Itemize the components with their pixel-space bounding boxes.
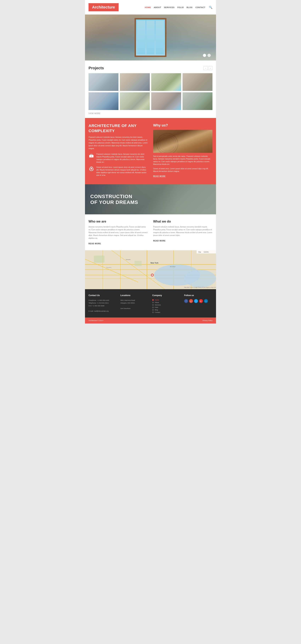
footer-company-folio[interactable]: Folio — [152, 306, 181, 308]
svg-rect-1 — [91, 154, 92, 155]
facebook-icon[interactable]: f — [184, 299, 188, 303]
footer-address-2: Glasgow, D04 89GK. — [120, 302, 149, 304]
footer-privacy-link[interactable]: Privacy Policy — [203, 320, 212, 322]
footer-link-about-label: About — [155, 302, 159, 303]
who-what-section: Who we are Aenean nonummy benderit mauri… — [85, 214, 216, 250]
construction-line-1: CONSTRUCTION — [90, 194, 138, 200]
footer-address-1: 9901 Marmora Road — [120, 299, 149, 302]
thumb-inner-8 — [183, 92, 212, 110]
footer-company-title: Company — [152, 294, 181, 296]
project-thumb-4[interactable] — [183, 73, 212, 91]
footer-phone-tel: Telephone: +1 919 601 6011 — [89, 302, 117, 304]
footer-fax: FAX: +1 584 609 9098 — [89, 304, 117, 307]
googleplus-icon[interactable]: g+ — [189, 299, 193, 303]
footer: Contact Us Freephone: +1 800 559 6160 Te… — [85, 289, 216, 318]
twitter-icon[interactable]: t — [194, 299, 198, 303]
svg-rect-22 — [94, 256, 105, 263]
footer-follow-col: Follow us f g+ t ▶ in — [184, 294, 212, 314]
hero-window-graphic — [135, 18, 166, 57]
construction-text: CONSTRUCTION OF YOUR DREAMS — [90, 194, 138, 205]
svg-rect-23 — [135, 261, 142, 266]
footer-contact-text: Freephone: +1 800 559 6160 Telephone: +1… — [89, 299, 117, 312]
window-pane — [137, 20, 145, 54]
hero-dot-2[interactable] — [207, 54, 211, 57]
project-thumb-1[interactable] — [89, 73, 118, 91]
footer-contact-col: Contact Us Freephone: +1 800 559 6160 Te… — [89, 294, 117, 314]
footer-follow-title: Follow us — [184, 294, 212, 296]
red-feature-2-text: Donec sit amet eros. Lorem ipsum dolor s… — [96, 166, 148, 176]
projects-title: Projects — [89, 66, 104, 70]
nav-about[interactable]: ABOUT — [154, 6, 161, 8]
footer-company-home[interactable]: Home — [152, 299, 181, 301]
view-more-link[interactable]: VIEW MORE — [89, 112, 212, 114]
search-icon[interactable]: 🔍 — [209, 6, 212, 9]
window-pane — [146, 20, 155, 54]
social-icons-group: f g+ t ▶ in — [184, 299, 212, 303]
svg-rect-4 — [153, 130, 212, 153]
svg-text:Brooklyn: Brooklyn — [170, 266, 175, 268]
what-we-do-text: Praesent vebulum molestie lacus. Aenean … — [153, 226, 212, 237]
svg-rect-2 — [91, 156, 92, 156]
briefcase-icon — [89, 153, 94, 158]
svg-text:Map data ©2014 Google  Terms o: Map data ©2014 Google Terms of Use Repor… — [184, 287, 216, 288]
footer-phone-free: Freephone: +1 800 559 6160 — [89, 299, 117, 302]
what-we-do-title: What we do — [153, 220, 212, 224]
nav-contact[interactable]: CONTACT — [195, 6, 205, 8]
red-feature-2: Donec sit amet eros. Lorem ipsum dolor s… — [89, 166, 148, 176]
footer-link-contact-label: Contact — [155, 312, 160, 313]
nav-blog[interactable]: BLOG — [187, 6, 193, 8]
footer-link-services-label: Services — [155, 304, 161, 306]
what-read-more[interactable]: READ MORE — [153, 240, 166, 242]
projects-grid — [89, 73, 212, 110]
nav-services[interactable]: SERVICES — [164, 6, 174, 8]
construction-line-2: OF YOUR DREAMS — [90, 199, 138, 205]
link-dot — [152, 302, 154, 303]
projects-next-button[interactable]: › — [209, 66, 212, 70]
nav-home[interactable]: HOME — [145, 6, 151, 8]
link-dot — [152, 307, 154, 308]
map-section[interactable]: New York Newark Brooklyn Westfield Map S… — [85, 250, 216, 289]
why-us-body-2: Donec sit amet eros. Lorem ipsum dolor s… — [153, 167, 212, 173]
logo[interactable]: Architecture — [89, 3, 119, 11]
projects-section: Projects ‹ › — [85, 60, 216, 118]
project-thumb-2[interactable] — [120, 73, 150, 91]
project-thumb-3[interactable] — [151, 73, 181, 91]
why-us-read-more[interactable]: READ MORE — [153, 175, 166, 178]
footer-locations-col: Locations 9901 Marmora Road Glasgow, D04… — [120, 294, 149, 314]
footer-company-contact[interactable]: Contact — [152, 312, 181, 313]
footer-directions-link[interactable]: Get Directions — [120, 307, 149, 310]
svg-text:New York: New York — [151, 262, 158, 264]
footer-link-home-label: Home — [155, 299, 159, 301]
svg-text:Map: Map — [198, 251, 201, 253]
project-thumb-8[interactable] — [183, 92, 212, 110]
who-read-more[interactable]: READ MORE — [89, 243, 101, 244]
footer-company-about[interactable]: About — [152, 302, 181, 303]
footer-company-services[interactable]: Services — [152, 304, 181, 306]
project-thumb-5[interactable] — [89, 92, 118, 110]
thumb-inner-1 — [89, 73, 118, 91]
construction-banner: CONSTRUCTION OF YOUR DREAMS — [85, 184, 216, 214]
footer-email[interactable]: E-mail: mail@domainlab.org — [89, 310, 117, 312]
red-section: ARCHITECTURE OF ANY COMPLEXITY Praesent … — [85, 118, 216, 184]
footer-locations-text: 9901 Marmora Road Glasgow, D04 89GK. Get… — [120, 299, 149, 310]
thumb-inner-4 — [183, 73, 212, 91]
nav-folio[interactable]: FOLIO — [177, 6, 184, 8]
hero-dot-1[interactable] — [203, 54, 206, 57]
svg-text:Newark: Newark — [126, 259, 131, 260]
header: Architecture HOME ABOUT SERVICES FOLIO B… — [85, 0, 216, 14]
red-section-body: Praesent vebulum molestie lacus. Aenean … — [89, 136, 148, 150]
linkedin-icon[interactable]: in — [204, 299, 208, 303]
red-feature-1-text: Praesent vebulum molestie lacus. Aenean … — [96, 153, 148, 164]
who-we-are-text: Aenean nonummy benderit mauris Phasellus… — [89, 226, 148, 240]
footer-contact-title: Contact Us — [89, 294, 117, 296]
footer-company-blog[interactable]: Blog — [152, 309, 181, 311]
red-left-col: ARCHITECTURE OF ANY COMPLEXITY Praesent … — [89, 123, 148, 179]
projects-prev-button[interactable]: ‹ — [204, 66, 207, 70]
project-thumb-7[interactable] — [151, 92, 181, 110]
project-thumb-6[interactable] — [120, 92, 150, 110]
svg-point-29 — [152, 274, 153, 276]
youtube-icon[interactable]: ▶ — [199, 299, 203, 303]
footer-link-blog-label: Blog — [155, 309, 158, 311]
svg-point-21 — [184, 270, 216, 288]
hero-dots — [203, 54, 211, 57]
